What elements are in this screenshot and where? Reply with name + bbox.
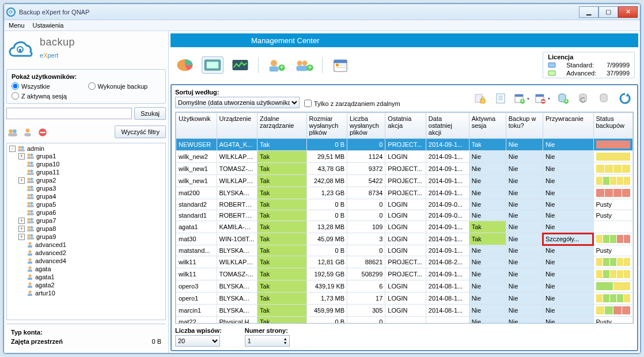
- radio-backup-running[interactable]: Wykonuje backup: [88, 82, 161, 90]
- minimize-button[interactable]: ▁: [579, 6, 598, 18]
- table-row[interactable]: wilk_new1TOMASZ-...Tak43,78 GB9372PROJEC…: [176, 163, 633, 175]
- tree-group[interactable]: grupa11: [18, 169, 164, 176]
- maximize-button[interactable]: ▢: [598, 6, 618, 18]
- tree-group[interactable]: +grupa1: [18, 153, 164, 159]
- table-row[interactable]: standard1ROBERTS...Tak0 B0LOGIN2014-09-0…: [176, 210, 633, 221]
- table-row[interactable]: NEWUSERAG4TA_K...Tak0 B0PROJECT...2014-0…: [176, 139, 633, 151]
- tree-group[interactable]: +grupa2: [18, 177, 164, 184]
- column-header[interactable]: Liczba wysłanych plików: [347, 113, 385, 139]
- svg-rect-48: [28, 253, 32, 256]
- users-table: UżytkownikUrządzenieZdalne zarządzanieRo…: [176, 112, 633, 324]
- table-row[interactable]: wilk_new1WILKLAPT...Tak242,08 MB5422PROJ…: [176, 175, 633, 187]
- svg-rect-26: [27, 189, 34, 191]
- column-header[interactable]: Data ostatniej akcji: [426, 113, 469, 139]
- tree-group[interactable]: grupa3: [18, 185, 164, 192]
- add-group-icon[interactable]: +: [293, 56, 315, 74]
- close-button[interactable]: ✕: [618, 6, 638, 18]
- clear-filters-button[interactable]: Wyczyść filtry: [115, 126, 166, 138]
- svg-rect-58: [28, 294, 32, 296]
- tree-user[interactable]: agata2: [18, 282, 164, 288]
- table-row[interactable]: mat22Physical H...Tak0 B0NieNieNiePusty: [176, 317, 633, 324]
- schedule-remove-icon[interactable]: [533, 90, 551, 107]
- svg-point-34: [31, 210, 33, 213]
- svg-point-68: [302, 60, 308, 66]
- tree-user[interactable]: advanced1: [18, 241, 164, 248]
- table-row[interactable]: mat30WIN-1O8T...Tak45,09 MB3LOGIN2014-09…: [176, 233, 633, 245]
- tree-user[interactable]: artur10: [18, 290, 164, 297]
- column-header[interactable]: Użytkownik: [176, 113, 217, 139]
- svg-rect-1: [19, 49, 21, 52]
- refresh-icon[interactable]: [616, 90, 634, 107]
- tree-group[interactable]: grupa10: [18, 161, 164, 168]
- schedule-add-icon[interactable]: +: [513, 90, 530, 107]
- disk-usage-icon[interactable]: [174, 56, 196, 74]
- remote-only-checkbox[interactable]: Tylko z zarządzaniem zdalnym: [304, 100, 400, 107]
- tree-group[interactable]: grupa4: [18, 193, 164, 200]
- tree-group[interactable]: +grupa9: [18, 233, 164, 240]
- table-row[interactable]: standard2ROBERTS...Tak0 B0LOGIN2014-09-0…: [176, 199, 633, 210]
- column-header[interactable]: Rozmiar wysłanych plików: [306, 113, 347, 139]
- titlebar: ⟳ Backup eXpert for QNAP ▁ ▢ ✕: [4, 4, 640, 20]
- table-row[interactable]: mat200BLYSKAWI...Tak1,23 GB8734PROJECT..…: [176, 187, 633, 199]
- tree-group[interactable]: grupa5: [18, 201, 164, 208]
- table-row[interactable]: wilk11WILKLAPT...Tak12,81 GB88621PROJECT…: [176, 256, 633, 268]
- tree-user[interactable]: advanced4: [18, 257, 164, 264]
- tree-user[interactable]: agata1: [18, 274, 164, 280]
- add-user-icon[interactable]: +: [266, 56, 287, 74]
- radio-active-session[interactable]: Z aktywną sesją: [12, 92, 85, 100]
- filter-heading: Pokaż użytkowników:: [12, 73, 161, 80]
- search-input[interactable]: [6, 108, 132, 119]
- tree-group[interactable]: +grupa8: [18, 225, 164, 232]
- user-tree[interactable]: -admin+grupa1grupa10grupa11+grupa2grupa3…: [6, 143, 166, 320]
- table-row[interactable]: matstand...BLYSKAWI...Tak0 B0LOGIN2014-0…: [176, 245, 633, 256]
- column-header[interactable]: Status backupów: [593, 113, 633, 139]
- delete-icon[interactable]: [36, 127, 49, 138]
- page-number-spinner[interactable]: ▲▼: [245, 335, 290, 347]
- column-header[interactable]: Backup w toku?: [506, 113, 543, 139]
- menu-item[interactable]: Menu: [9, 22, 25, 29]
- db-add-icon[interactable]: +: [554, 90, 571, 107]
- table-row[interactable]: wilk_new2WILKLAPT...Tak29,51 MB1124LOGIN…: [176, 151, 633, 163]
- search-button[interactable]: Szukaj: [134, 107, 166, 120]
- table-row[interactable]: marcin1BLYSKAWI...Tak459,99 MB305LOGIN20…: [176, 305, 633, 317]
- radio-all[interactable]: Wszystkie: [12, 82, 85, 90]
- db-remove-icon[interactable]: [596, 90, 613, 107]
- users-table-wrap[interactable]: UżytkownikUrządzenieZdalne zarządzanieRo…: [175, 112, 634, 324]
- tree-user[interactable]: agata: [18, 265, 164, 272]
- svg-point-63: [271, 60, 277, 66]
- svg-rect-69: [297, 66, 308, 71]
- table-row[interactable]: wilk11TOMASZ-...Tak192,59 GB508299PROJEC…: [176, 268, 633, 280]
- tree-user[interactable]: advanced2: [18, 249, 164, 256]
- group-view-icon[interactable]: [6, 127, 19, 138]
- column-header[interactable]: Urządzenie: [217, 113, 257, 139]
- table-row[interactable]: opero3BLYSKAWI...Tak439,19 KB6LOGIN2014-…: [176, 280, 633, 293]
- svg-marker-98: [626, 93, 630, 97]
- calendar-icon[interactable]: [329, 56, 351, 74]
- users-view-icon[interactable]: [202, 56, 223, 74]
- tree-root[interactable]: -admin: [9, 145, 164, 152]
- svg-point-45: [29, 242, 32, 245]
- column-header[interactable]: Zdalne zarządzanie: [257, 113, 306, 139]
- table-row[interactable]: opero1BLYSKAWI...Tak1,73 MB17LOGIN2014-0…: [176, 293, 633, 305]
- table-row[interactable]: agata1KAMILA-O...Tak13,28 MB109LOGIN2014…: [176, 221, 633, 233]
- svg-point-43: [31, 234, 33, 237]
- svg-rect-73: [334, 60, 347, 63]
- lock-icon[interactable]: [471, 90, 488, 107]
- db-sync-icon[interactable]: [575, 90, 592, 107]
- user-view-icon[interactable]: [21, 127, 34, 138]
- doc-list-icon[interactable]: [492, 90, 509, 107]
- svg-rect-44: [27, 237, 34, 240]
- logo: backup eXpert: [6, 35, 166, 66]
- tree-group[interactable]: grupa6: [18, 209, 164, 216]
- sort-select[interactable]: Domyślne (data utworzenia użytkownika): [175, 97, 300, 108]
- column-header[interactable]: Aktywna sesja: [469, 113, 506, 139]
- tree-group[interactable]: +grupa7: [18, 217, 164, 224]
- column-header[interactable]: Ostatnia akcja: [385, 113, 426, 139]
- activity-view-icon[interactable]: [229, 56, 251, 74]
- svg-point-51: [29, 267, 32, 269]
- column-header[interactable]: Przywracanie: [543, 113, 593, 139]
- rows-count-select[interactable]: 20: [175, 335, 220, 347]
- menubar: Menu Ustawienia: [4, 20, 640, 31]
- menu-item[interactable]: Ustawienia: [33, 22, 64, 29]
- svg-point-33: [28, 210, 31, 213]
